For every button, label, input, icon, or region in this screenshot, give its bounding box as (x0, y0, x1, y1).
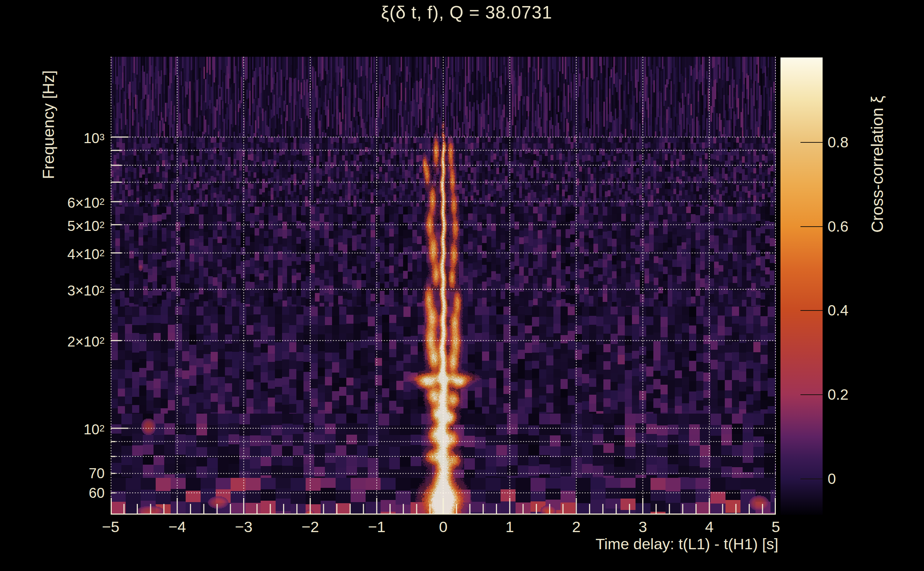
x-tick-label: 2 (572, 518, 581, 536)
colorbar-tick-label: 0.4 (828, 301, 848, 320)
y-tick-label: 70 (89, 463, 105, 483)
y-axis-label: Frequency [Hz] (39, 70, 58, 179)
y-tick-label: 6×102 (67, 191, 105, 213)
x-tick-label: −1 (368, 518, 386, 536)
y-tick-label: 5×102 (67, 215, 105, 236)
qscan-cross-correlation-figure: ξ(δ t, f), Q = 38.0731 Frequency [Hz] 10… (0, 0, 924, 571)
colorbar-tick (800, 142, 823, 143)
chart-title: ξ(δ t, f), Q = 38.0731 (111, 2, 823, 23)
colorbar-tick (800, 394, 823, 395)
x-axis-label: Time delay: t(L1) - t(H1) [s] (595, 536, 778, 553)
colorbar-tick-label: 0.6 (828, 218, 848, 236)
colorbar-label: Cross-correlation ξ (868, 96, 887, 233)
y-tick-label: 2×102 (67, 330, 105, 352)
colorbar-tick-label: 0.8 (828, 133, 848, 152)
y-tick-label: 3×102 (67, 279, 105, 301)
x-tick-label: −2 (301, 518, 319, 536)
colorbar-tick (800, 226, 823, 227)
x-tick-label: 0 (439, 518, 448, 536)
heatmap-canvas (111, 57, 776, 515)
x-tick-label: 1 (505, 518, 514, 536)
colorbar-tick-label: 0 (828, 470, 836, 488)
colorbar-tick (800, 478, 823, 479)
x-tick-label: 5 (771, 518, 780, 536)
colorbar-tick-label: 0.2 (828, 386, 848, 404)
x-tick-label: 3 (638, 518, 647, 536)
colorbar-gradient (780, 57, 823, 515)
x-tick-label: −4 (168, 518, 186, 536)
y-tick-label: 103 (83, 127, 105, 148)
x-tick-label: −5 (102, 518, 119, 536)
x-tick-label: −3 (235, 518, 252, 536)
y-tick-label: 102 (83, 418, 105, 439)
x-tick-label: 4 (705, 518, 714, 536)
y-tick-label: 4×102 (67, 243, 105, 264)
y-tick-label: 60 (89, 483, 105, 503)
colorbar-tick (800, 310, 823, 311)
